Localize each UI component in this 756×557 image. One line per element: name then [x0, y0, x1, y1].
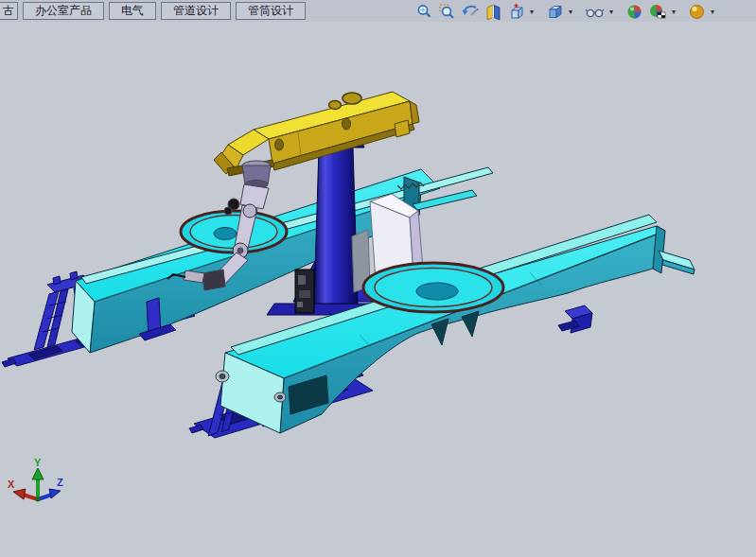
- display-style-dropdown[interactable]: ▾: [569, 8, 572, 16]
- edit-appearance-icon[interactable]: [624, 2, 644, 21]
- command-tabs: 古 办公室产品 电气 管道设计 管筒设计: [0, 2, 306, 20]
- command-tab-bar: 古 办公室产品 电气 管道设计 管筒设计: [0, 0, 756, 23]
- zoom-to-area-icon[interactable]: [437, 2, 457, 21]
- triad-x-label: X: [8, 479, 15, 490]
- tab-partial[interactable]: 古: [0, 2, 18, 20]
- hide-show-items-dropdown[interactable]: ▾: [609, 8, 613, 16]
- apply-scene-icon[interactable]: [647, 2, 668, 21]
- apply-scene-dropdown[interactable]: ▾: [672, 8, 676, 16]
- tab-piping-design[interactable]: 管道设计: [161, 2, 231, 20]
- view-orientation-icon[interactable]: [506, 2, 526, 21]
- view-settings-dropdown[interactable]: ▾: [711, 8, 714, 16]
- view-settings-icon[interactable]: [687, 2, 707, 21]
- graphics-viewport[interactable]: Y X Z: [0, 22, 756, 557]
- tab-office-products[interactable]: 办公室产品: [23, 2, 104, 20]
- tab-tubing-design[interactable]: 管筒设计: [236, 2, 306, 20]
- section-view-icon[interactable]: [483, 2, 503, 21]
- front-rotary-ring[interactable]: [363, 263, 503, 312]
- column-control-box[interactable]: [295, 270, 314, 313]
- cad-application-window: 古 办公室产品 电气 管道设计 管筒设计: [0, 0, 756, 557]
- view-toolbar: ▾ ▾ ▾: [414, 2, 714, 21]
- zoom-to-fit-icon[interactable]: [414, 2, 434, 21]
- display-style-icon[interactable]: [545, 2, 565, 21]
- previous-view-icon[interactable]: [460, 2, 481, 21]
- triad-y-label: Y: [34, 457, 42, 468]
- hide-show-items-icon[interactable]: [584, 2, 606, 21]
- tab-electrical[interactable]: 电气: [109, 2, 156, 20]
- triad-z-label: Z: [57, 477, 63, 488]
- view-orientation-dropdown[interactable]: ▾: [530, 8, 534, 16]
